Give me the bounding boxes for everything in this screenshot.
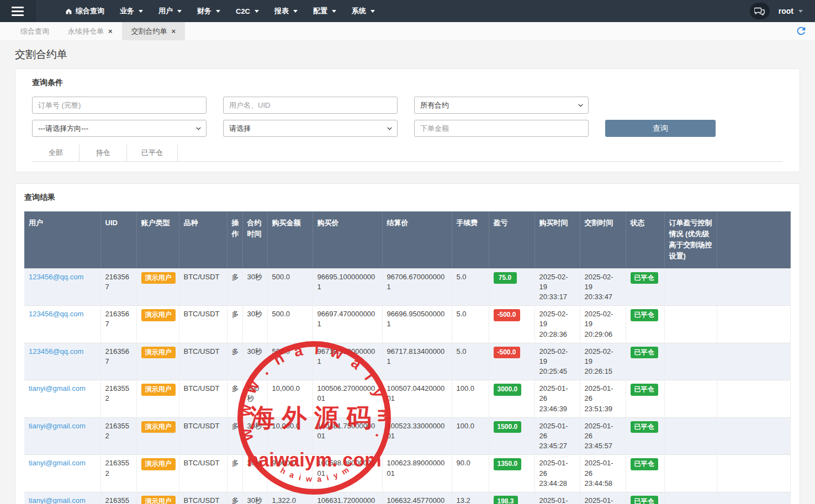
close-tab-icon[interactable]: × — [108, 28, 113, 35]
cell-buy-price: 96697.4700000001 — [313, 306, 382, 343]
order-amount-input[interactable] — [414, 120, 589, 137]
cell-contract-period: 300秒 — [242, 380, 267, 418]
cell-buy-time: 2025-02-19 20:25:45 — [534, 343, 580, 380]
username: root — [779, 7, 793, 15]
chevron-down-icon — [255, 10, 259, 13]
filter-tab-1[interactable]: 持仓 — [80, 145, 127, 161]
filter-tab-0[interactable]: 全部 — [32, 145, 80, 161]
chevron-down-icon — [177, 10, 182, 13]
cell-delivery-time: 2025-02-19 20:33:47 — [580, 268, 626, 306]
hamburger-menu-icon[interactable] — [0, 0, 35, 22]
account-type-badge: 演示用户 — [141, 496, 176, 504]
account-type-badge: 演示用户 — [141, 309, 176, 321]
nav-menu-item-3[interactable]: 财务 — [189, 0, 228, 22]
cell-direction: 多 — [227, 343, 242, 380]
cell-fee: 5.0 — [452, 268, 489, 306]
user-email-link[interactable]: 123456@qq.com — [29, 310, 83, 318]
nav-menu-item-2[interactable]: 用户 — [151, 0, 189, 22]
nav-menu-item-1[interactable]: 业务 — [112, 0, 151, 22]
status-select[interactable]: 请选择 — [223, 120, 398, 137]
cell-pnl-control — [664, 343, 717, 380]
nav-menu-item-label: 报表 — [274, 6, 289, 16]
nav-menu-item-label: 财务 — [197, 6, 211, 16]
cell-pnl: 1350.0 — [489, 455, 534, 492]
cell-pnl-control — [664, 417, 717, 455]
status-badge: 已平仓 — [631, 272, 658, 284]
order-no-input[interactable] — [32, 97, 207, 114]
open-tab-2[interactable]: 交割合约单× — [122, 22, 186, 40]
user-menu[interactable]: root — [779, 7, 803, 15]
cell-buy-amount: 500.0 — [267, 343, 313, 380]
query-panel-title: 查询条件 — [32, 78, 783, 88]
cell-delivery-time: 2025-01-21 17:17:22 — [580, 492, 626, 504]
nav-menu-item-4[interactable]: C2C — [228, 0, 267, 22]
cell-buy-time: 2025-02-19 20:28:36 — [534, 306, 580, 343]
nav-menu-item-5[interactable]: 报表 — [267, 0, 305, 22]
cell-settle-price: 106632.4577000001 — [382, 492, 452, 504]
cell-buy-time: 2025-01-26 23:46:39 — [534, 380, 580, 418]
user-email-link[interactable]: 123456@qq.com — [29, 347, 83, 356]
account-type-badge: 演示用户 — [141, 347, 176, 358]
column-header-10: 盈亏 — [489, 211, 534, 268]
cell-account-type: 演示用户 — [136, 343, 179, 380]
cell-settle-price: 96706.6700000001 — [382, 268, 452, 306]
nav-menu-item-6[interactable]: 配置 — [305, 0, 344, 22]
refresh-icon[interactable] — [795, 25, 807, 37]
cell-fee: 5.0 — [452, 306, 489, 343]
filter-tab-2[interactable]: 已平仓 — [127, 145, 178, 161]
nav-menu-item-0[interactable]: 综合查询 — [57, 0, 112, 22]
cell-contract-period: 30秒 — [242, 417, 267, 455]
status-badge: 已平仓 — [631, 421, 658, 433]
cell-buy-price: 96695.1000000001 — [313, 268, 382, 306]
pnl-badge: 1350.0 — [494, 458, 522, 470]
column-header-4: 操作 — [227, 211, 242, 268]
open-tab-label: 交割合约单 — [131, 26, 167, 36]
user-email-link[interactable]: tianyi@gmail.com — [29, 496, 86, 504]
direction-select-value: ---请选择方向--- — [38, 124, 88, 134]
user-email-link[interactable]: tianyi@gmail.com — [29, 422, 86, 430]
cell-user: 123456@qq.com — [24, 306, 100, 343]
chevron-down-icon — [216, 10, 220, 13]
cell-delivery-time: 2025-01-26 23:45:57 — [580, 417, 626, 455]
cell-pnl: 3000.0 — [489, 380, 534, 418]
home-icon — [65, 8, 72, 15]
cell-direction: 多 — [227, 306, 242, 343]
cell-delivery-time: 2025-02-19 20:26:15 — [580, 343, 626, 380]
status-badge: 已平仓 — [631, 496, 658, 504]
chevron-down-icon — [293, 10, 298, 13]
user-email-link[interactable]: tianyi@gmail.com — [29, 459, 86, 467]
cell-account-type: 演示用户 — [136, 306, 179, 343]
cell-filler — [717, 455, 791, 492]
cell-contract-period: 30秒 — [242, 492, 267, 504]
contract-select[interactable]: 所有合约 — [414, 97, 589, 114]
cell-buy-time: 2025-01-26 23:45:27 — [534, 417, 580, 455]
nav-menu-item-7[interactable]: 系统 — [344, 0, 383, 22]
table-row: 123456@qq.com2163567演示用户BTC/USDT多30秒500.… — [24, 343, 791, 380]
cell-buy-price: 96718.5200000001 — [313, 343, 382, 380]
open-tab-label: 综合查询 — [20, 26, 49, 36]
direction-select[interactable]: ---请选择方向--- — [32, 120, 207, 137]
chat-icon[interactable] — [750, 3, 770, 19]
user-uid-input[interactable] — [223, 97, 398, 114]
cell-buy-amount: 1,322.0 — [267, 492, 313, 504]
user-email-link[interactable]: tianyi@gmail.com — [29, 384, 86, 392]
chevron-down-icon — [577, 102, 584, 109]
cell-pnl: 75.0 — [489, 268, 534, 306]
close-tab-icon[interactable]: × — [172, 28, 176, 35]
open-tab-0[interactable]: 综合查询 — [11, 22, 59, 40]
column-header-12: 交割时间 — [580, 211, 626, 268]
cell-symbol: BTC/USDT — [179, 417, 227, 455]
open-tab-1[interactable]: 永续持仓单× — [59, 22, 122, 40]
column-header-5: 合约时间 — [242, 211, 267, 268]
cell-status: 已平仓 — [626, 455, 664, 492]
user-email-link[interactable]: 123456@qq.com — [29, 273, 83, 281]
cell-uid: 2163567 — [100, 268, 136, 306]
pnl-badge: 198.3 — [494, 496, 518, 504]
cell-buy-amount: 500.0 — [267, 306, 313, 343]
cell-symbol: BTC/USDT — [179, 343, 227, 380]
search-button[interactable]: 查询 — [605, 120, 716, 137]
column-header-13: 状态 — [626, 211, 664, 268]
cell-fee: 100.0 — [452, 417, 489, 455]
column-header-11: 购买时间 — [534, 211, 580, 268]
cell-uid: 2163567 — [100, 343, 136, 380]
